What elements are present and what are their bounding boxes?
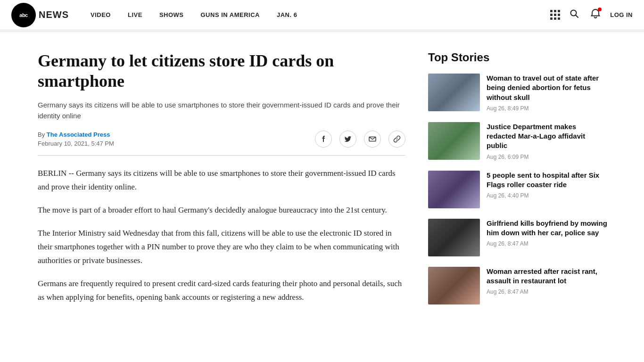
login-button[interactable]: LOG IN xyxy=(610,11,633,18)
nav-link-live[interactable]: LIVE xyxy=(121,8,149,22)
nav-link-video[interactable]: VIDEO xyxy=(84,8,117,22)
svg-line-1 xyxy=(576,16,578,18)
article-byline: By The Associated Press xyxy=(38,131,114,138)
notification-badge xyxy=(598,8,602,11)
notification-button[interactable] xyxy=(588,7,603,23)
nav-link-jan6[interactable]: JAN. 6 xyxy=(270,8,304,22)
stories-list: Woman to travel out of state after being… xyxy=(428,74,607,304)
story-thumb-4 xyxy=(428,267,480,304)
story-time-1: Aug 26, 6:09 PM xyxy=(487,154,607,160)
story-headline-2: 5 people sent to hospital after Six Flag… xyxy=(487,171,607,190)
article-paragraph: The Interior Ministry said Wednesday tha… xyxy=(38,227,405,268)
article-paragraph: BERLIN -- Germany says its citizens will… xyxy=(38,167,405,194)
story-time-3: Aug 26, 8:47 AM xyxy=(487,240,607,247)
article-title: Germany to let citizens store ID cards o… xyxy=(38,51,405,91)
story-content-1: Justice Department makes redacted Mar-a-… xyxy=(487,122,607,160)
news-wordmark: NEWS xyxy=(39,9,69,20)
abc-logo-text: abc xyxy=(19,12,27,18)
story-headline-3: Girlfriend kills boyfriend by mowing him… xyxy=(487,219,607,238)
story-time-2: Aug 26, 4:40 PM xyxy=(487,192,607,199)
story-time-0: Aug 26, 8:49 PM xyxy=(487,105,607,112)
article-byline-block: By The Associated Press February 10, 202… xyxy=(38,131,114,147)
grid-menu-icon[interactable] xyxy=(550,10,560,20)
article-paragraph: The move is part of a broader effort to … xyxy=(38,204,405,217)
navbar: abc NEWS VIDEOLIVESHOWSGUNS IN AMERICAJA… xyxy=(0,0,644,30)
story-thumb-1 xyxy=(428,122,480,160)
story-thumb-3 xyxy=(428,219,480,256)
abc-logo-circle: abc xyxy=(11,3,36,27)
story-item-0[interactable]: Woman to travel out of state after being… xyxy=(428,74,607,112)
story-content-3: Girlfriend kills boyfriend by mowing him… xyxy=(487,219,607,256)
nav-link-shows[interactable]: SHOWS xyxy=(153,8,190,22)
nav-link-guns[interactable]: GUNS IN AMERICA xyxy=(194,8,266,22)
story-content-4: Woman arrested after racist rant, assaul… xyxy=(487,267,607,304)
article-meta: By The Associated Press February 10, 202… xyxy=(38,131,405,148)
article-author[interactable]: The Associated Press xyxy=(47,131,110,138)
story-headline-1: Justice Department makes redacted Mar-a-… xyxy=(487,122,607,151)
article-main: Germany to let citizens store ID cards o… xyxy=(38,51,405,315)
article-body: BERLIN -- Germany says its citizens will… xyxy=(38,167,405,304)
article-subtitle: Germany says its citizens will be able t… xyxy=(38,100,405,121)
story-item-1[interactable]: Justice Department makes redacted Mar-a-… xyxy=(428,122,607,160)
sidebar: Top Stories Woman to travel out of state… xyxy=(428,51,607,315)
share-link-button[interactable] xyxy=(388,131,405,148)
story-item-3[interactable]: Girlfriend kills boyfriend by mowing him… xyxy=(428,219,607,256)
social-share-bar xyxy=(315,131,405,148)
article-divider xyxy=(38,155,405,156)
story-content-2: 5 people sent to hospital after Six Flag… xyxy=(487,171,607,208)
story-item-4[interactable]: Woman arrested after racist rant, assaul… xyxy=(428,267,607,304)
story-content-0: Woman to travel out of state after being… xyxy=(487,74,607,112)
story-item-2[interactable]: 5 people sent to hospital after Six Flag… xyxy=(428,171,607,208)
story-thumb-2 xyxy=(428,171,480,208)
article-date: February 10, 2021, 5:47 PM xyxy=(38,140,114,147)
top-stories-heading: Top Stories xyxy=(428,51,607,64)
svg-point-0 xyxy=(571,10,577,16)
share-facebook-button[interactable] xyxy=(315,131,332,148)
nav-links: VIDEOLIVESHOWSGUNS IN AMERICAJAN. 6 xyxy=(84,8,550,22)
share-twitter-button[interactable] xyxy=(339,131,356,148)
story-thumb-0 xyxy=(428,74,480,111)
story-headline-0: Woman to travel out of state after being… xyxy=(487,74,607,102)
byline-prefix: By xyxy=(38,131,45,138)
search-button[interactable] xyxy=(568,7,581,23)
share-email-button[interactable] xyxy=(364,131,381,148)
story-time-4: Aug 26, 8:47 AM xyxy=(487,288,607,295)
story-headline-4: Woman arrested after racist rant, assaul… xyxy=(487,267,607,286)
article-paragraph: Germans are frequently required to prese… xyxy=(38,277,405,304)
page-wrapper: Germany to let citizens store ID cards o… xyxy=(0,32,644,334)
nav-right: LOG IN xyxy=(550,7,633,23)
logo-container[interactable]: abc NEWS xyxy=(11,3,69,27)
